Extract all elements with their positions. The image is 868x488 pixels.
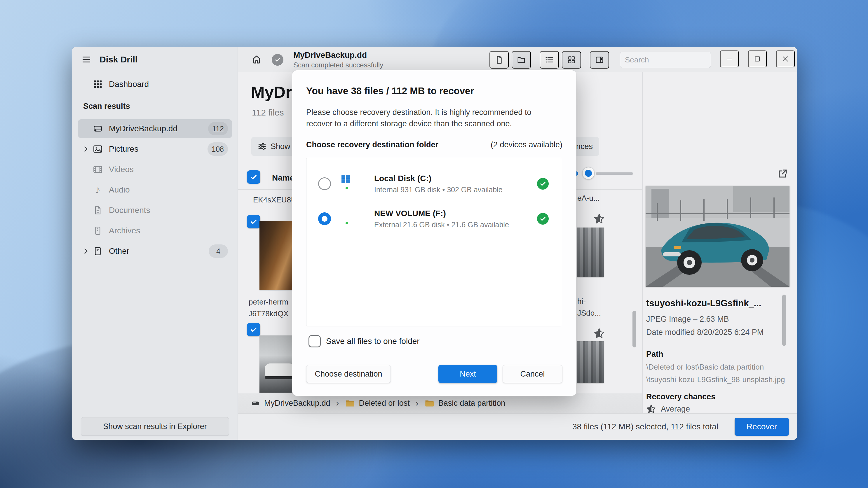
close-button[interactable]: [776, 51, 795, 67]
breadcrumb-separator: ›: [414, 398, 420, 408]
save-one-folder-checkbox[interactable]: [309, 335, 321, 348]
recovery-chances-value-row: Average: [646, 404, 690, 414]
destination-section-label: Choose recovery destination folder: [306, 140, 438, 149]
device-row-local-disk-c[interactable]: Local Disk (C:) Internal 931 GB disk • 3…: [306, 166, 561, 201]
device-ok-check-icon: [537, 178, 549, 190]
preview-path-line2: \tsuyoshi-kozu-L9Gsfink_98-unsplash.jpg: [646, 375, 785, 384]
sidebar-item-pictures[interactable]: Pictures 108: [78, 140, 232, 158]
recovery-chances-label: Recovery chances: [646, 392, 715, 401]
file-caption: eA-u...: [577, 192, 600, 204]
device-name: Local Disk (C:): [374, 174, 537, 183]
folder-yellow-icon: [424, 398, 434, 408]
filter-sliders-icon: [258, 142, 267, 151]
thumbnail-zoom-slider[interactable]: [582, 167, 594, 180]
file-view-icon[interactable]: [490, 51, 509, 69]
preview-panel: tsuyoshi-kozu-L9Gsfink_... JPEG Image – …: [642, 72, 797, 413]
search-box[interactable]: [620, 52, 711, 68]
breadcrumb-separator: ›: [335, 398, 340, 408]
scan-status-text: Scan completed successfully: [293, 61, 383, 69]
next-button[interactable]: Next: [438, 365, 497, 383]
chevron-right-icon[interactable]: [82, 247, 92, 255]
file-caption: peter-herrm J6T78kdQX: [241, 296, 296, 319]
dialog-title: You have 38 files / 112 MB to recover: [306, 86, 474, 97]
sidebar-item-label: MyDriveBackup.dd: [109, 124, 208, 133]
dashboard-grid-icon: [92, 79, 103, 89]
status-bar: 38 files (112 MB) selected, 112 files to…: [238, 413, 797, 440]
breadcrumb: MyDriveBackup.dd › Deleted or lost ›: [238, 393, 642, 413]
radio-unselected-icon[interactable]: [318, 177, 331, 190]
show-filter-label: Show: [271, 142, 290, 151]
file-thumbnail[interactable]: [577, 228, 604, 277]
count-badge: 108: [208, 142, 228, 156]
preview-panel-toggle-icon[interactable]: [590, 51, 609, 69]
count-badge: 4: [209, 245, 228, 258]
scan-session-title: MyDriveBackup.dd: [293, 51, 383, 60]
save-one-folder-option[interactable]: Save all files to one folder: [309, 335, 420, 348]
sidebar-item-dashboard[interactable]: Dashboard: [78, 75, 232, 94]
maximize-button[interactable]: [748, 51, 767, 67]
results-file-count: 112 files: [252, 108, 284, 118]
search-input[interactable]: [625, 56, 723, 64]
open-external-icon[interactable]: [777, 168, 788, 179]
file-list-scrollbar[interactable]: [632, 311, 636, 348]
sidebar-item-label: Other: [109, 247, 209, 256]
device-name: NEW VOLUME (F:): [374, 209, 537, 218]
hamburger-menu-icon[interactable]: [80, 53, 93, 66]
preview-date-modified: Date modified 8/20/2025 6:24 PM: [646, 328, 764, 337]
half-star-icon: [646, 404, 656, 414]
grid-view-icon[interactable]: [562, 51, 581, 69]
sidebar-item-documents[interactable]: Documents: [78, 201, 232, 220]
drive-icon: [92, 124, 103, 134]
sidebar-item-mydrivebackup[interactable]: MyDriveBackup.dd 112: [78, 119, 232, 138]
recover-button[interactable]: Recover: [735, 418, 789, 436]
show-scan-results-in-explorer-button[interactable]: Show scan results in Explorer: [81, 417, 229, 436]
radio-selected-icon[interactable]: [318, 213, 331, 225]
app-title: Disk Drill: [99, 55, 137, 64]
document-icon: [92, 206, 103, 215]
file-checkbox[interactable]: [247, 323, 260, 336]
name-column-header[interactable]: Name: [272, 173, 294, 183]
chevron-right-icon[interactable]: [82, 145, 92, 153]
preview-panel-scrollbar[interactable]: [782, 295, 786, 346]
disk-drill-window: Disk Drill Dashboard Scan results MyDriv…: [72, 47, 797, 440]
breadcrumb-item-drive[interactable]: MyDriveBackup.dd: [251, 398, 331, 408]
preview-filename: tsuyoshi-kozu-L9Gsfink_...: [646, 298, 761, 308]
preview-image: [646, 186, 789, 287]
preview-path-label: Path: [646, 350, 663, 359]
sidebar-item-videos[interactable]: Videos: [78, 160, 232, 179]
device-row-new-volume-f[interactable]: NEW VOLUME (F:) External 21.6 GB disk • …: [306, 201, 561, 236]
device-details: External 21.6 GB disk • 21.6 GB availabl…: [374, 221, 537, 229]
breadcrumb-item-deleted-or-lost[interactable]: Deleted or lost: [345, 398, 410, 408]
recovery-destination-dialog: You have 38 files / 112 MB to recover Pl…: [292, 70, 577, 396]
home-icon[interactable]: [250, 53, 264, 66]
sidebar: Disk Drill Dashboard Scan results MyDriv…: [72, 47, 238, 440]
minimize-button[interactable]: [720, 51, 739, 67]
sidebar-item-label: Dashboard: [109, 79, 232, 89]
sidebar-item-label: Pictures: [109, 144, 208, 154]
favorite-star-icon[interactable]: [593, 328, 605, 339]
audio-note-icon: ♪: [92, 185, 103, 195]
sidebar-item-audio[interactable]: ♪ Audio: [78, 181, 232, 199]
scan-results-section-label: Scan results: [83, 102, 130, 111]
file-checkbox[interactable]: [247, 215, 260, 228]
sidebar-item-other[interactable]: Other 4: [78, 242, 232, 260]
cancel-button[interactable]: Cancel: [503, 365, 562, 383]
folder-yellow-icon: [345, 398, 355, 408]
list-view-icon[interactable]: [540, 51, 559, 69]
folder-view-icon[interactable]: [512, 51, 531, 69]
header-title-block: MyDriveBackup.dd Scan completed successf…: [293, 51, 383, 69]
device-details: Internal 931 GB disk • 302 GB available: [374, 186, 537, 194]
file-caption: hi- JSdo...: [577, 295, 601, 319]
sidebar-header: Disk Drill: [72, 47, 238, 72]
file-thumbnail[interactable]: [577, 341, 604, 383]
app-header: MyDriveBackup.dd Scan completed successf…: [238, 47, 797, 72]
favorite-star-icon[interactable]: [593, 213, 605, 225]
select-all-checkbox[interactable]: [247, 170, 260, 184]
other-files-icon: [92, 247, 103, 256]
sidebar-item-archives[interactable]: Archives: [78, 221, 232, 240]
zoom-slider-track[interactable]: [596, 172, 633, 175]
breadcrumb-item-basic-data-partition[interactable]: Basic data partition: [424, 398, 505, 408]
show-filter-chip[interactable]: Show: [251, 137, 297, 156]
save-one-folder-label: Save all files to one folder: [326, 336, 420, 346]
choose-destination-button[interactable]: Choose destination: [306, 365, 391, 383]
